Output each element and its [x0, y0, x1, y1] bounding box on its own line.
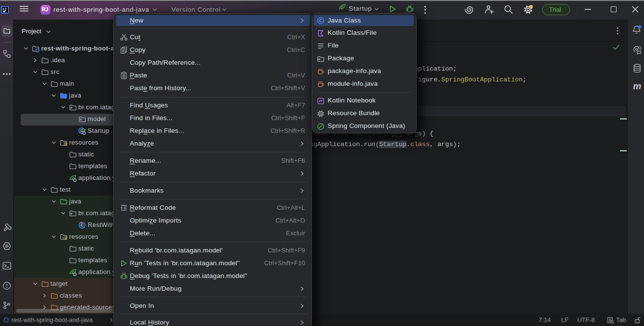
- svg-text:C: C: [81, 223, 84, 227]
- svg-text:m: m: [633, 81, 642, 91]
- svg-text:C: C: [319, 18, 323, 23]
